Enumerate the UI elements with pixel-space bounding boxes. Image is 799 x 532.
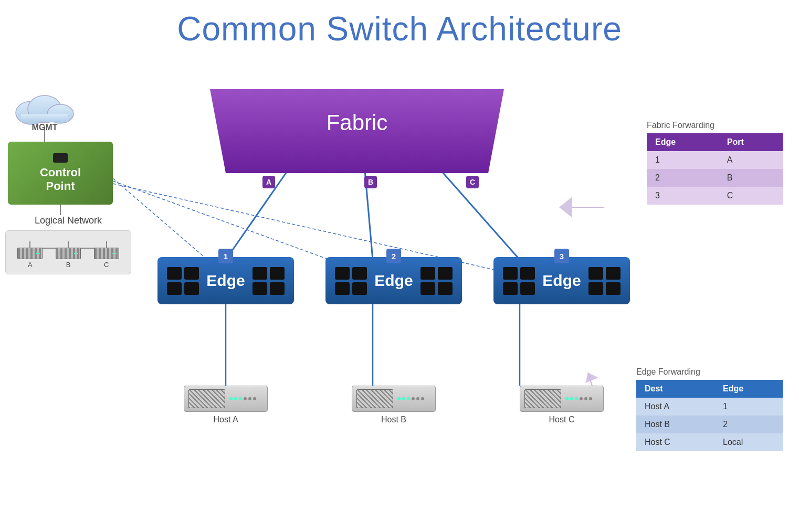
- edge2-right-ports: [420, 267, 453, 295]
- ln-node-c: C: [94, 248, 119, 269]
- host-c: Host C: [493, 386, 630, 424]
- edge-badge-1: 1: [218, 249, 233, 263]
- logical-network: Logical Network A B: [5, 215, 131, 274]
- ff-row1-port: A: [719, 151, 783, 169]
- host-b-dots: [397, 397, 429, 400]
- ff-row-1: 1 A: [647, 151, 783, 169]
- svg-marker-14: [585, 373, 598, 383]
- host-b-label: Host B: [381, 415, 406, 424]
- edge3-right-ports: [588, 267, 621, 295]
- fabric-port-a: A: [262, 176, 275, 188]
- logical-network-title: Logical Network: [5, 215, 131, 226]
- cp-label: Control Point: [40, 166, 81, 194]
- cp-device-icon: [53, 153, 68, 163]
- ff-row1-edge: 1: [647, 151, 719, 169]
- ff-row2-port: B: [719, 169, 783, 187]
- fabric-port-b: B: [364, 176, 377, 188]
- host-c-hatch: [524, 389, 561, 408]
- host-c-dots: [565, 397, 597, 400]
- ff-header-port: Port: [719, 133, 783, 151]
- host-a-dots: [229, 397, 261, 400]
- ln-node-a: A: [17, 248, 43, 269]
- fabric-port-c: C: [466, 176, 479, 188]
- host-a-hatch: [188, 389, 225, 408]
- ff-row-3: 3 C: [647, 187, 783, 205]
- fabric-table-title: Fabric Forwarding: [647, 121, 783, 130]
- host-b-switch: [352, 386, 436, 412]
- ef-row1-edge: 1: [714, 398, 783, 416]
- ln-node-b-label: B: [66, 261, 71, 269]
- ef-row-1: Host A 1: [636, 398, 783, 416]
- ff-row2-edge: 2: [647, 169, 719, 187]
- fabric-forwarding-table: Fabric Forwarding Edge Port 1 A 2 B 3: [647, 121, 783, 205]
- ln-node-a-label: A: [28, 261, 33, 269]
- host-c-switch: [520, 386, 604, 412]
- edge-table-title: Edge Forwarding: [636, 367, 783, 377]
- edge-switch-2: 2 Edge: [325, 257, 462, 304]
- ef-row-2: Host B 2: [636, 416, 783, 433]
- ln-tree: A B C: [11, 237, 125, 269]
- logical-network-box: A B C: [5, 230, 131, 274]
- fabric-container: Fabric: [194, 89, 520, 175]
- host-c-label: Host C: [549, 415, 575, 424]
- svg-marker-19: [210, 89, 504, 173]
- ef-header-dest: Dest: [636, 380, 714, 398]
- ff-header-edge: Edge: [647, 133, 719, 151]
- edge-badge-2: 2: [386, 249, 401, 263]
- edge1-label: Edge: [206, 272, 245, 290]
- ln-switch-b: [56, 248, 81, 259]
- ln-switch-c: [94, 248, 119, 259]
- ef-row3-dest: Host C: [636, 433, 714, 451]
- edge-forwarding-table: Edge Forwarding Dest Edge Host A 1 Host …: [636, 367, 783, 451]
- ff-row3-edge: 3: [647, 187, 719, 205]
- host-b: Host B: [325, 386, 462, 424]
- edge-switch-1: 1 Edge: [157, 257, 294, 304]
- control-point: Control Point: [8, 142, 113, 205]
- edge2-label: Edge: [374, 272, 413, 290]
- ef-row2-dest: Host B: [636, 416, 714, 433]
- edge3-left-ports: [503, 267, 535, 295]
- edge-badge-3: 3: [554, 249, 569, 263]
- host-a: Host A: [157, 386, 294, 424]
- svg-rect-18: [21, 114, 68, 122]
- ef-row3-edge: Local: [714, 433, 783, 451]
- edge-switch-3: 3 Edge: [493, 257, 630, 304]
- svg-marker-11: [559, 197, 572, 218]
- host-b-hatch: [356, 389, 393, 408]
- diagram: MGMT Control Point Logical Network A: [0, 58, 799, 532]
- edge1-left-ports: [167, 267, 199, 295]
- host-a-label: Host A: [213, 415, 238, 424]
- edge1-right-ports: [253, 267, 285, 295]
- ln-node-b: B: [56, 248, 81, 269]
- mgmt-cloud: MGMT: [10, 89, 79, 129]
- page-title: Common Switch Architecture: [0, 0, 799, 48]
- ef-row1-dest: Host A: [636, 398, 714, 416]
- ff-row3-port: C: [719, 187, 783, 205]
- ff-row-2: 2 B: [647, 169, 783, 187]
- ln-switch-a: [17, 248, 43, 259]
- ef-row-3: Host C Local: [636, 433, 783, 451]
- host-a-switch: [184, 386, 268, 412]
- ef-header-edge: Edge: [714, 380, 783, 398]
- edge3-label: Edge: [542, 272, 581, 290]
- ef-row2-edge: 2: [714, 416, 783, 433]
- ln-node-c-label: C: [104, 261, 109, 269]
- edge2-left-ports: [335, 267, 367, 295]
